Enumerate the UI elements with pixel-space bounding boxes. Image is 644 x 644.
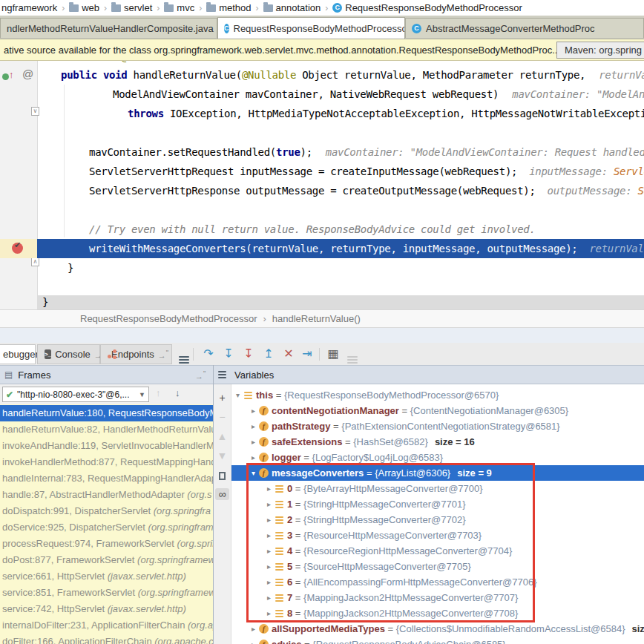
frames-icon: ▤ (4, 369, 13, 380)
chevron-right-icon[interactable]: ▸ (249, 637, 257, 644)
breadcrumb-class[interactable]: RequestResponseBodyMethodProcessor (80, 313, 257, 324)
stack-frame-row[interactable]: handle:87, AbstractHandlerMethodAdapter … (0, 487, 213, 503)
chevron-right-icon[interactable]: ▸ (249, 403, 257, 418)
variable-row[interactable]: ▾fmessageConverters = {ArrayList@6306}si… (231, 465, 644, 481)
stack-frame-row[interactable]: doFilter:166, ApplicationFilterChain (or… (0, 634, 213, 644)
remove-icon[interactable]: − (214, 411, 231, 423)
stack-frame-row[interactable]: handleInternal:783, RequestMappingHandle… (0, 470, 213, 487)
variable-row[interactable]: ▸flogger = {LogFactory$Log4jLog@6583} (231, 450, 644, 465)
stack-frame-row[interactable]: invokeHandlerMethod:877, RequestMappingH… (0, 454, 213, 470)
step-out-icon[interactable]: ↥ (260, 346, 277, 361)
stack-frame-row[interactable]: invokeAndHandle:119, ServletInvocableHan… (0, 438, 213, 454)
tool-tab-ebugger[interactable]: ebugger (0, 344, 36, 364)
chevron-right-icon[interactable]: ▸ (249, 450, 257, 465)
stack-frame-row[interactable]: internalDoFilter:231, ApplicationFilterC… (0, 617, 213, 634)
frame-text: invokeAndHandle:119, ServletInvocableHan… (2, 440, 213, 451)
breadcrumb-item-ngframework[interactable]: ngframework (1, 2, 57, 13)
chevron-right-icon[interactable]: ▸ (265, 559, 273, 574)
step-into-icon[interactable]: ↧ (220, 346, 237, 361)
copy-icon[interactable] (214, 469, 231, 480)
variable-row[interactable]: ▸1 = {StringHttpMessageConverter@7701} (231, 496, 644, 512)
chevron-right-icon[interactable]: ▸ (249, 418, 257, 434)
frame-text: handleReturnValue:180, RequestResponseBo… (2, 407, 213, 418)
breadcrumb-item-method[interactable]: method (206, 2, 251, 13)
chevron-right-icon[interactable]: ▸ (265, 481, 273, 496)
stack-frame-row[interactable]: handleReturnValue:82, HandlerMethodRetur… (0, 421, 213, 438)
tool-tab-endpoints[interactable]: Endpoints→" (100, 344, 172, 364)
chevron-down-icon[interactable]: ▾ (249, 465, 257, 481)
chevron-right-icon[interactable]: ▸ (265, 496, 273, 512)
code-line: ServletServerHttpResponse outputMessage … (0, 181, 644, 200)
stack-frame-row[interactable]: service:851, FrameworkServlet (org.sprin… (0, 585, 213, 601)
breadcrumb-item-annotation[interactable]: annotation (263, 2, 321, 13)
add-icon[interactable]: + (214, 392, 231, 404)
stack-frame-row[interactable]: doDispatch:991, DispatcherServlet (org.s… (0, 503, 213, 519)
move-up-icon[interactable]: ▲ (214, 430, 231, 442)
breadcrumb-item-RequestResponseBodyMethodProcessor[interactable]: CRequestResponseBodyMethodProcessor (332, 2, 522, 13)
frame-package: (org.springfra (154, 505, 211, 516)
chevron-right-icon[interactable]: ▸ (265, 528, 273, 543)
variable-row[interactable]: ▸8 = {MappingJackson2HttpMessageConverte… (231, 605, 644, 621)
variable-row[interactable]: ▸0 = {ByteArrayHttpMessageConverter@7700… (231, 481, 644, 496)
variable-row[interactable]: ▸fcontentNegotiationManager = {ContentNe… (231, 403, 644, 418)
pin-icon[interactable]: →" (195, 369, 206, 381)
stack-frame-row[interactable]: doService:925, DispatcherServlet (org.sp… (0, 519, 213, 536)
variable-row[interactable]: ▸fallSupportedMediaTypes = {Collections$… (231, 621, 644, 637)
editor-tab[interactable]: CAbstractMessageConverterMethodProc (405, 18, 644, 38)
chevron-down-icon: ▼ (139, 391, 145, 398)
chevron-right-icon[interactable]: ▸ (249, 621, 257, 637)
variable-row[interactable]: ▸7 = {MappingJackson2HttpMessageConverte… (231, 590, 644, 605)
thread-selector[interactable]: ✔ "http-nio-8080-exec-3"@6,... ▼ (2, 387, 149, 402)
variable-value: {StringHttpMessageConverter@7701} (303, 496, 465, 512)
run-to-cursor-icon[interactable]: ⇥ (299, 346, 315, 361)
chevron-right-icon[interactable]: ▸ (249, 434, 257, 450)
variable-row[interactable]: ▸2 = {StringHttpMessageConverter@7702} (231, 512, 644, 528)
restore-layout-icon[interactable] (176, 346, 192, 361)
variable-row[interactable]: ▸5 = {SourceHttpMessageConverter@7705} (231, 559, 644, 574)
variable-row[interactable]: ▸3 = {ResourceHttpMessageConverter@7703} (231, 528, 644, 543)
variable-row[interactable]: ▸4 = {ResourceRegionHttpMessageConverter… (231, 543, 644, 559)
variable-row[interactable]: ▸fsafeExtensions = {HashSet@6582}size = … (231, 434, 644, 450)
breadcrumb-item-web[interactable]: web (69, 2, 99, 13)
drop-frame-icon[interactable]: ✕ (280, 346, 297, 361)
chevron-right-icon[interactable]: ▸ (265, 590, 273, 605)
chevron-right-icon[interactable]: ▸ (265, 512, 273, 528)
infinity-icon[interactable]: ∞ (215, 488, 229, 500)
stack-frame-row[interactable]: doPost:877, FrameworkServlet (org.spring… (0, 552, 213, 568)
variable-name: safeExtensions (272, 434, 342, 450)
stack-frame-row[interactable]: service:661, HttpServlet (javax.servlet.… (0, 568, 213, 585)
stack-frame-row[interactable]: processRequest:974, FrameworkServlet (or… (0, 536, 213, 552)
stack-frame-row[interactable]: service:742, HttpServlet (javax.servlet.… (0, 601, 213, 617)
step-over-icon[interactable]: ↷ (200, 346, 217, 361)
code-token: @Nullable (242, 69, 296, 81)
frame-text: handleReturnValue:82, HandlerMethodRetur… (2, 424, 213, 435)
toolbar-separator (193, 348, 194, 361)
variable-row[interactable]: ▾this = {RequestResponseBodyMethodProces… (231, 387, 644, 403)
force-step-into-icon[interactable]: ↧ (240, 346, 257, 361)
variable-row[interactable]: ▸fadvice = {RequestResponseBodyAdviceCha… (231, 637, 644, 644)
breadcrumb: ngframework›web›servlet›mvc›method›annot… (0, 0, 644, 16)
evaluate-expression-icon[interactable]: ▦ (325, 346, 341, 361)
chevron-right-icon[interactable]: ▸ (265, 605, 273, 621)
variable-row[interactable]: ▸6 = {AllEncompassingFormHttpMessageConv… (231, 574, 644, 590)
chevron-down-icon[interactable]: ▾ (234, 387, 242, 403)
tool-tab-console[interactable]: >_Console→" (37, 344, 100, 364)
variables-icon (218, 371, 226, 379)
editor-tab[interactable]: CRequestResponseBodyMethodProcessor.java… (217, 17, 405, 39)
code-editor[interactable]: @Override ↑ @ ∨ ∧ public void handleRetu… (0, 61, 644, 309)
variable-name: 3 (287, 528, 292, 543)
variable-name: 4 (287, 543, 292, 559)
breadcrumb-item-mvc[interactable]: mvc (164, 2, 194, 13)
next-frame-icon[interactable]: ↓ (175, 387, 180, 398)
move-down-icon[interactable]: ▼ (214, 450, 231, 461)
editor-tab[interactable]: ndlerMethodReturnValueHandlerComposite.j… (0, 18, 217, 38)
maven-source-button[interactable]: Maven: org.spring (556, 42, 644, 59)
chevron-right-icon[interactable]: ▸ (265, 543, 273, 559)
chevron-right-icon[interactable]: ▸ (265, 574, 273, 590)
breadcrumb-item-servlet[interactable]: servlet (111, 2, 152, 13)
layout-settings-icon[interactable] (344, 346, 361, 361)
breadcrumb-method[interactable]: handleReturnValue() (272, 313, 361, 324)
variable-row[interactable]: ▸fpathStrategy = {PathExtensionContentNe… (231, 418, 644, 434)
stack-frame-row[interactable]: handleReturnValue:180, RequestResponseBo… (0, 405, 213, 421)
prev-frame-icon[interactable]: ↑ (156, 387, 161, 398)
